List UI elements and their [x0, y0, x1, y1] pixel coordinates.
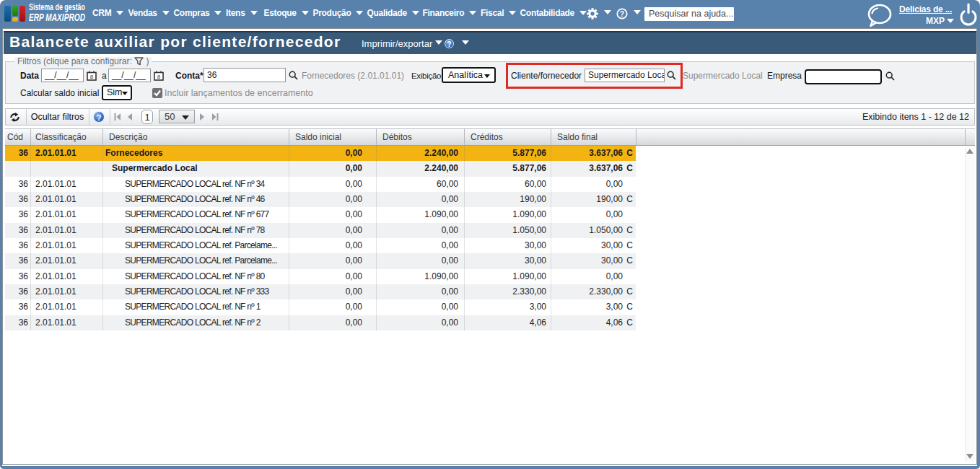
- svg-text:8: 8: [90, 74, 94, 80]
- svg-text:8: 8: [157, 74, 161, 80]
- svg-text:?: ?: [620, 9, 624, 18]
